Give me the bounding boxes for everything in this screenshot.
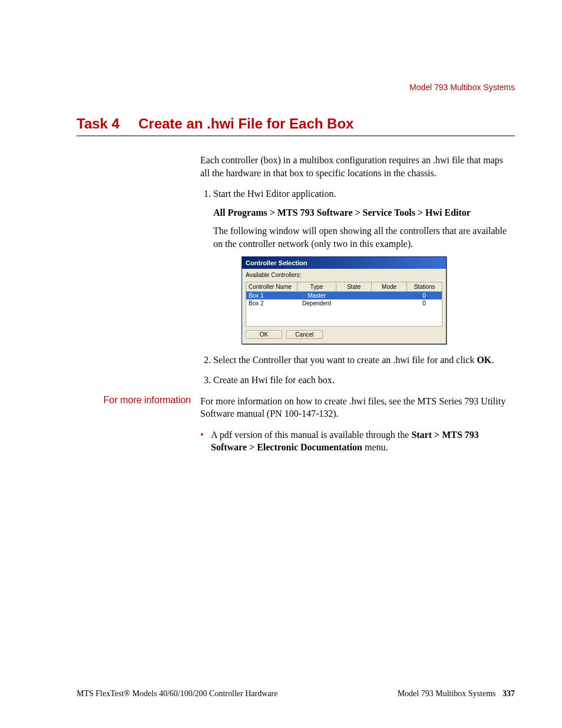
- col-controller-name[interactable]: Controller Name: [246, 282, 297, 292]
- bullet-post: menu.: [362, 442, 388, 452]
- cancel-button[interactable]: Cancel: [286, 330, 323, 339]
- task-heading: Create an .hwi File for Each Box: [138, 116, 353, 132]
- for-more-information-label: For more information: [77, 395, 200, 454]
- task-title-row: Task 4 Create an .hwi File for Each Box: [77, 116, 515, 136]
- bullet-pre: A pdf version of this manual is availabl…: [211, 430, 411, 440]
- col-mode[interactable]: Mode: [372, 282, 407, 292]
- col-type[interactable]: Type: [297, 282, 336, 292]
- cell-type: Master: [297, 292, 336, 299]
- cell-mode: [371, 292, 406, 299]
- step-1-menupath: All Programs > MTS 793 Software > Servic…: [213, 206, 515, 219]
- step-1: Start the Hwi Editor application. All Pr…: [213, 187, 515, 344]
- cell-stations: 0: [406, 292, 442, 299]
- task-number: Task 4: [77, 116, 138, 132]
- table-row[interactable]: Box 2 Dependent 0: [246, 299, 442, 307]
- step-1-text: Start the Hwi Editor application.: [213, 189, 336, 199]
- info-paragraph: For more information on how to create .h…: [200, 395, 515, 420]
- cell-state: [336, 299, 372, 307]
- controller-selection-dialog: Controller Selection Available Controlle…: [242, 256, 447, 345]
- info-bullet: A pdf version of this manual is availabl…: [200, 429, 515, 454]
- page-number: 337: [503, 689, 515, 698]
- cell-mode: [371, 299, 406, 307]
- section-header: Model 793 Multibox Systems: [77, 83, 515, 92]
- ok-button[interactable]: OK: [246, 330, 282, 339]
- intro-paragraph: Each controller (box) in a multibox conf…: [200, 154, 515, 179]
- step-2-post: .: [491, 355, 494, 365]
- cell-type: Dependent: [297, 299, 336, 307]
- step-2-pre: Select the Controller that you want to c…: [213, 355, 477, 365]
- table-row[interactable]: Box 1 Master 0: [246, 292, 442, 299]
- cell-name: Box 2: [246, 299, 297, 307]
- cell-stations: 0: [406, 299, 442, 307]
- page-footer: MTS FlexTest® Models 40/60/100/200 Contr…: [77, 689, 515, 699]
- step-3: Create an Hwi file for each box.: [213, 374, 515, 387]
- step-2-ok: OK: [477, 355, 491, 365]
- step-list: Start the Hwi Editor application. All Pr…: [200, 187, 515, 386]
- footer-section: Model 793 Multibox Systems: [398, 689, 496, 698]
- dialog-titlebar: Controller Selection: [242, 257, 446, 269]
- col-stations[interactable]: Stations: [407, 282, 442, 292]
- controllers-table: Controller Name Type State Mode Stations: [246, 282, 442, 292]
- cell-state: [336, 292, 372, 299]
- available-controllers-label: Available Controllers:: [246, 271, 442, 279]
- cell-name: Box 1: [246, 292, 297, 299]
- step-2: Select the Controller that you want to c…: [213, 354, 515, 367]
- step-1-after: The following window will open showing a…: [213, 225, 515, 250]
- footer-right: Model 793 Multibox Systems 337: [398, 689, 515, 699]
- col-state[interactable]: State: [336, 282, 372, 292]
- footer-left: MTS FlexTest® Models 40/60/100/200 Contr…: [77, 689, 277, 699]
